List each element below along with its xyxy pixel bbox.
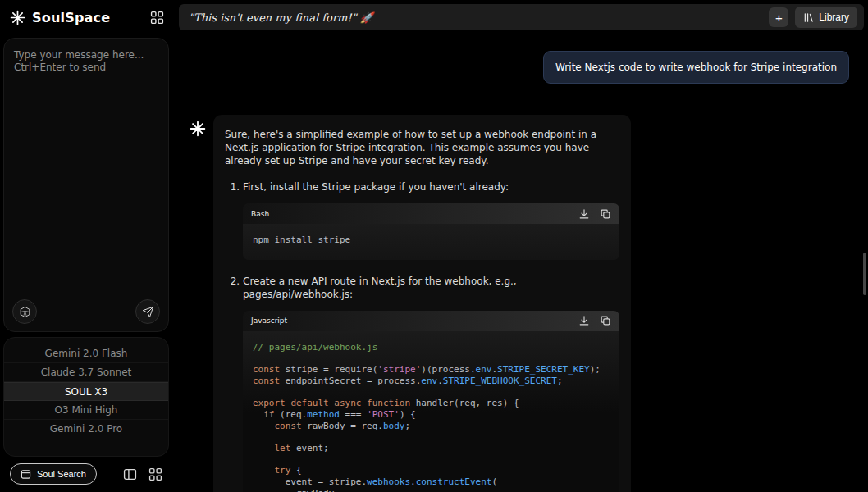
apps-grid-button-bottom[interactable] bbox=[148, 467, 162, 481]
copy-code-button[interactable] bbox=[600, 208, 611, 220]
model-list: Gemini 2.0 FlashClaude 3.7 SonnetSOUL X3… bbox=[3, 337, 169, 457]
step-text: First, install the Stripe package if you… bbox=[243, 181, 509, 193]
download-icon bbox=[578, 208, 590, 220]
code-block: Bash bbox=[243, 203, 619, 260]
apps-grid-button[interactable] bbox=[150, 11, 164, 25]
user-message: Write Nextjs code to write webhook for S… bbox=[543, 51, 849, 84]
grid-icon bbox=[148, 467, 162, 481]
library-icon bbox=[803, 12, 814, 23]
app-title: SoulSpace bbox=[32, 10, 144, 25]
library-button-label: Library bbox=[819, 11, 849, 23]
top-bar: SoulSpace "This isn't even my final form… bbox=[0, 0, 868, 34]
soul-search-button[interactable]: Soul Search bbox=[10, 463, 97, 485]
grid-icon bbox=[150, 11, 164, 25]
chat-tab-bar[interactable]: "This isn't even my final form!" 🚀 + Lib… bbox=[179, 4, 864, 30]
new-chat-button[interactable]: + bbox=[769, 7, 788, 27]
panel-icon bbox=[123, 467, 137, 481]
code-language-label: Javascript bbox=[251, 314, 287, 327]
copy-icon bbox=[600, 315, 611, 326]
assistant-steps: First, install the Stripe package if you… bbox=[225, 180, 619, 492]
sidebar: Type your message here... Ctrl+Enter to … bbox=[0, 34, 172, 492]
dice-icon bbox=[19, 306, 31, 318]
send-icon bbox=[142, 306, 154, 318]
step-item: First, install the Stripe package if you… bbox=[243, 180, 619, 260]
composer-actions bbox=[12, 299, 160, 324]
model-option[interactable]: Gemini 2.0 Pro bbox=[4, 420, 168, 439]
library-button[interactable]: Library bbox=[795, 7, 857, 28]
soul-search-label: Soul Search bbox=[37, 469, 86, 479]
model-option[interactable]: O3 Mini High bbox=[4, 401, 168, 420]
message-input-placeholder: Type your message here... Ctrl+Enter to … bbox=[4, 39, 168, 84]
sidebar-bottom-bar: Soul Search bbox=[0, 456, 172, 492]
download-code-button[interactable] bbox=[578, 208, 590, 220]
panel-toggle-button[interactable] bbox=[123, 467, 137, 481]
code-actions bbox=[578, 208, 611, 220]
soulspace-logo-icon bbox=[10, 10, 25, 25]
code-content: npm install stripe bbox=[243, 224, 619, 260]
code-block-header: Bash bbox=[243, 203, 619, 224]
model-option[interactable]: Gemini 2.0 Flash bbox=[4, 344, 168, 363]
step-item: Create a new API route in Next.js for th… bbox=[243, 275, 619, 492]
chat-area: Write Nextjs code to write webhook for S… bbox=[172, 34, 868, 492]
assistant-intro-text: Sure, here's a simplified example of how… bbox=[225, 128, 619, 167]
download-code-button[interactable] bbox=[578, 315, 590, 326]
app: SoulSpace "This isn't even my final form… bbox=[0, 0, 868, 492]
message-input[interactable]: Type your message here... Ctrl+Enter to … bbox=[3, 38, 169, 332]
code-block-header: Javascript bbox=[243, 311, 619, 331]
assistant-message: Sure, here's a simplified example of how… bbox=[213, 115, 631, 492]
chat-title: "This isn't even my final form!" 🚀 bbox=[189, 11, 762, 24]
model-option[interactable]: Claude 3.7 Sonnet bbox=[4, 363, 168, 382]
code-block: Javascript bbox=[243, 311, 619, 492]
model-option[interactable]: SOUL X3 bbox=[4, 382, 168, 401]
soul-search-icon bbox=[21, 469, 31, 480]
copy-icon bbox=[600, 208, 611, 220]
code-actions bbox=[578, 315, 611, 326]
assistant-avatar-icon bbox=[190, 121, 206, 137]
copy-code-button[interactable] bbox=[600, 315, 611, 326]
download-icon bbox=[578, 315, 590, 326]
step-text: Create a new API route in Next.js for th… bbox=[243, 276, 517, 300]
send-button[interactable] bbox=[135, 299, 160, 324]
code-content: // pages/api/webhook.js const stripe = r… bbox=[243, 331, 619, 492]
brand: SoulSpace bbox=[0, 0, 172, 34]
code-language-label: Bash bbox=[251, 207, 269, 221]
scrollbar-thumb[interactable] bbox=[863, 253, 866, 295]
dice-button[interactable] bbox=[12, 299, 37, 324]
